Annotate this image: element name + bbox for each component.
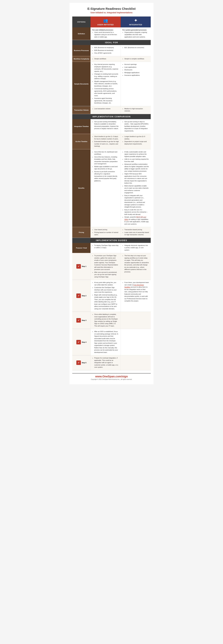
footer: www.OneSpan.com/sign Copyright © 2022 On… xyxy=(72,373,151,380)
page-title: E-Signature Readiness Checklist xyxy=(72,7,151,11)
list-item: B2C (Business-to-consumer) xyxy=(124,46,149,49)
list-item: Pricing based on number of named users. xyxy=(94,231,119,236)
list-item: Multi-channel capabilities enable you to… xyxy=(124,185,149,194)
list-item: Integrate electronic signatures into a p… xyxy=(124,244,149,251)
pricing-user-cell: User-based pricing Pricing based on numb… xyxy=(90,227,121,238)
list-item: Changes to existing bank accounts (e.g. … xyxy=(94,73,119,80)
list-item: One-off B2C agreements xyxy=(94,52,119,54)
purpose-integrated-cell: Integrate electronic signatures into a p… xyxy=(121,243,151,253)
integration-timeline-user-cell: Get up and running immediately; features… xyxy=(90,119,121,134)
step4-label: ✓ Step 4 xyxy=(72,329,90,355)
workflow-row: Workflow Complexity Simple workflows Sim… xyxy=(72,56,151,62)
list-item: Little to no user training required for … xyxy=(124,158,149,162)
list-item: Organizations integrate e-signing capabi… xyxy=(124,31,149,38)
list-item: Lower total cost of ownership based on h… xyxy=(124,231,149,236)
list-item: A fully customizable sender and signer e… xyxy=(124,151,149,158)
list-item: Users send documents for e-signature usi… xyxy=(94,31,119,38)
list-item: Advanced workflow customization allows f… xyxy=(124,163,149,172)
workflow-label: Workflow Complexity xyxy=(72,56,90,62)
workflow-integrated-cell: Simple to complex workflows xyxy=(121,56,151,62)
step5-check: ✓ xyxy=(76,360,81,365)
purpose-label: Purpose / Goal xyxy=(72,243,90,253)
page-container: E-Signature Readiness Checklist User-ini… xyxy=(69,3,154,384)
business-processes-label: Business Processes xyxy=(72,45,90,56)
definition-label: Definition xyxy=(72,28,90,40)
step2-row: ✓ Step 2 At any point after going live, … xyxy=(72,280,151,312)
implementation-guides-header: IMPLEMENTATION GUIDES xyxy=(72,238,151,243)
step1-text: Step 1 xyxy=(82,266,86,267)
step2-label: ✓ Step 2 xyxy=(72,280,90,312)
definition-integrated-cell: For system-generated processes Organizat… xyxy=(121,28,151,40)
business-processes-row: Business Processes B2E (Business-to-empl… xyxy=(72,45,151,56)
list-item: Medium to high transaction volumes xyxy=(124,108,149,112)
integration-timeline-row: Integration Timeline Get up and running … xyxy=(72,119,151,134)
benefits-row: Benefits Out-of-the-box UI, dashboard an… xyxy=(72,149,151,227)
list-item: Account openings xyxy=(124,63,149,66)
list-item: B2B (Business-to-business) xyxy=(94,49,119,52)
definition-user-bold: For user-initiated processes: xyxy=(92,29,119,31)
list-item: After your account is provisioned, you c… xyxy=(94,271,119,278)
footer-copyright: Copyright © 2022 OneSpan North America I… xyxy=(72,379,151,380)
sample-docs-row: Sample Documents Any internal process re… xyxy=(72,62,151,106)
transaction-volume-user-cell: Low transaction volume xyxy=(90,106,121,114)
table-header: CRITERIA 👥 USER-INITIATED ✦ INTEGRATED xyxy=(72,16,151,28)
list-item: Get up and running immediately; features… xyxy=(94,120,119,130)
list-item: Transaction-based pricing xyxy=(124,228,149,231)
list-item: At any point after going live, you can w… xyxy=(94,281,119,286)
implementation-comparison-header: IMPLEMENTATION COMPARISON xyxy=(72,114,151,119)
list-item: Low transaction volume xyxy=(94,108,119,110)
definition-integrated-bold: For system-generated processes xyxy=(123,29,149,31)
step4-user-cell: After an SSO is established, focus on au… xyxy=(90,329,121,355)
step2-text: Step 2 xyxy=(82,295,86,296)
step1-integrated-cell: The first step is to map out your signin… xyxy=(121,253,151,280)
integration-timeline-label: Integration Timeline xyxy=(72,119,90,134)
step3-row: ✓ Step 3 Once white labeling is complete… xyxy=(72,312,151,329)
step5-user-cell: Prepare for eventual integration, if app… xyxy=(90,356,121,370)
go-live-integrated-cell: Longer timeline to go-live (6–9 weeks). … xyxy=(121,134,151,149)
list-item: Once white labeling is complete, most or… xyxy=(94,313,119,327)
pricing-integrated-cell: Transaction-based pricing Lower total co… xyxy=(121,227,151,238)
list-item: Longer timeline to go-live (6–9 weeks). xyxy=(124,135,149,140)
pricing-row: Pricing User-based pricing Pricing based… xyxy=(72,227,151,238)
footer-url[interactable]: www.OneSpan.com/sign xyxy=(72,375,151,378)
step3-check: ✓ xyxy=(76,318,81,322)
integration-timeline-integrated-cell: Get up and running in days to weeks – fu… xyxy=(121,119,151,134)
integrated-icon: ✦ xyxy=(134,18,137,23)
list-item: Any internal process requiring employee … xyxy=(94,63,119,72)
step4-row: ✓ Step 4 After an SSO is established, fo… xyxy=(72,329,151,356)
step2-integrated-cell: From there, your development team can cr… xyxy=(121,280,151,312)
step5-integrated-cell xyxy=(121,356,151,370)
sample-docs-user-cell: Any internal process requiring employee … xyxy=(90,62,121,106)
transaction-volume-label: Transaction Volume xyxy=(72,106,90,114)
list-item: User-based pricing xyxy=(94,228,119,231)
step5-text: Step 5 xyxy=(82,362,86,364)
ideal-for-header: IDEAL FOR xyxy=(72,40,151,45)
go-live-label: Go-live Timeline xyxy=(72,134,90,149)
list-item: Prepare for eventual integration, if app… xyxy=(94,357,119,368)
transaction-volume-row: Transaction Volume Low transaction volum… xyxy=(72,106,151,114)
go-live-row: Go-live Timeline Short timeline to go-li… xyxy=(72,134,151,149)
list-item: Out-of-the-box UI, dashboard and workflo… xyxy=(94,151,119,155)
list-item: The first step is to map out your signin… xyxy=(124,254,149,273)
purpose-row: Purpose / Goal To deploy OneSpan Sign sa… xyxy=(72,243,151,253)
business-processes-integrated-cell: B2C (Business-to-consumer) xyxy=(121,45,151,56)
step5-label: ✓ Step 5 xyxy=(72,356,90,370)
benefits-label: Benefits xyxy=(72,149,90,227)
benefits-user-cell: Out-of-the-box UI, dashboard and workflo… xyxy=(90,149,121,227)
sample-docs-label: Sample Documents xyxy=(72,62,90,106)
step4-integrated-cell xyxy=(121,329,151,355)
list-item: Short timeline to go-live (1–3 days) for… xyxy=(94,135,119,140)
list-item: B2E (Business-to-employee) xyxy=(94,46,119,49)
list-item: To provision your OneSpan Sign solution,… xyxy=(94,254,119,271)
list-item: Dependent on project scope and deploymen… xyxy=(124,140,149,145)
pricing-label: Pricing xyxy=(72,227,90,238)
user-initiated-header: 👥 USER-INITIATED xyxy=(90,16,121,28)
business-processes-user-cell: B2E (Business-to-employee) B2B (Business… xyxy=(90,45,121,56)
step1-label: ✓ Step 1 xyxy=(72,253,90,280)
list-item: Access to pre-built connectors allowing … xyxy=(94,170,119,182)
definition-user-cell: For user-initiated processes: Users send… xyxy=(90,28,121,40)
list-item: Simple, powerful REST API and SDKs for a… xyxy=(124,216,149,225)
page-subtitle: User-initiated vs. Integrated Implementa… xyxy=(72,12,151,14)
step2-check: ✓ xyxy=(76,294,81,298)
step1-row: ✓ Step 1 To provision your OneSpan Sign … xyxy=(72,253,151,280)
